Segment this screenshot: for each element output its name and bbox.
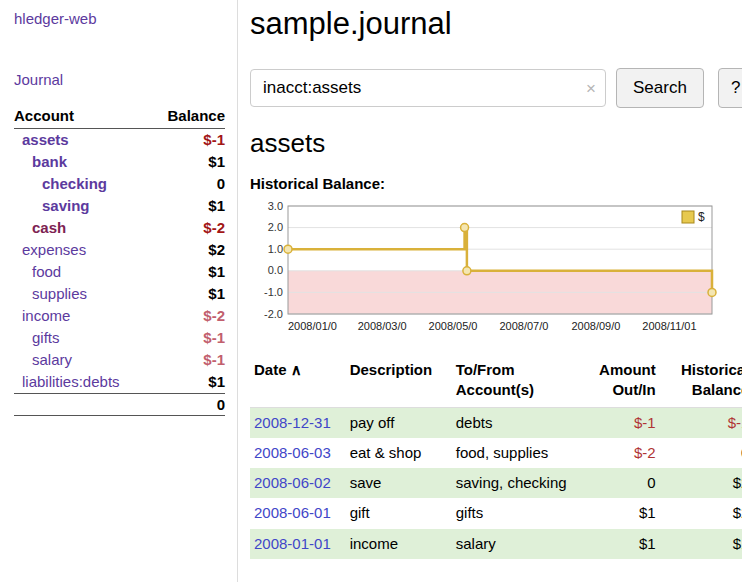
account-link[interactable]: gifts (14, 329, 60, 346)
account-row: bank$1 (14, 151, 225, 173)
register-row: 2008-06-01giftgifts$1$2 (250, 498, 742, 528)
svg-text:2008/11/01: 2008/11/01 (642, 320, 696, 332)
transaction-date-link[interactable]: 2008-06-02 (254, 474, 331, 491)
search-input[interactable] (250, 69, 606, 107)
account-balance: $-2 (151, 217, 225, 239)
transaction-accounts: salary (452, 529, 575, 559)
sort-asc-icon: ∧ (291, 361, 302, 378)
transaction-amount: 0 (574, 468, 659, 498)
account-balance: 0 (151, 173, 225, 195)
page-title: sample.journal (250, 6, 742, 42)
transaction-amount: $-2 (574, 438, 659, 468)
transaction-description: save (346, 468, 452, 498)
transaction-balance: $1 (660, 529, 742, 559)
transaction-date-link[interactable]: 2008-01-01 (254, 535, 331, 552)
register-row: 2008-06-03eat & shopfood, supplies$-20 (250, 438, 742, 468)
svg-text:2.0: 2.0 (268, 221, 283, 233)
account-balance: $-1 (151, 349, 225, 371)
svg-text:0.0: 0.0 (268, 264, 283, 276)
accounts-col-account: Account (14, 104, 151, 129)
svg-text:3.0: 3.0 (268, 200, 283, 212)
register-col-accounts: To/From Account(s) (452, 356, 575, 407)
account-link[interactable]: food (14, 263, 61, 280)
account-balance: $1 (151, 371, 225, 394)
help-button[interactable]: ? (718, 68, 742, 108)
account-row: checking0 (14, 173, 225, 195)
search-row: × Search ? (250, 68, 742, 108)
account-balance: $-1 (151, 129, 225, 152)
account-link[interactable]: bank (14, 153, 67, 170)
transaction-date-link[interactable]: 2008-06-03 (254, 444, 331, 461)
account-row: assets$-1 (14, 129, 225, 152)
transaction-date-link[interactable]: 2008-12-31 (254, 414, 331, 431)
transaction-accounts: debts (452, 407, 575, 438)
balance-chart-svg: 3.02.01.00.0-1.0-2.02008/01/02008/03/020… (250, 198, 718, 338)
account-link[interactable]: assets (14, 131, 69, 148)
account-row: liabilities:debts$1 (14, 371, 225, 394)
accounts-col-balance: Balance (151, 104, 225, 129)
app-window: hledger-web Journal Account Balance asse… (0, 0, 742, 582)
register-col-date[interactable]: Date ∧ (250, 356, 346, 407)
register-col-balance: Historical Balance (660, 356, 742, 407)
svg-text:1.0: 1.0 (268, 243, 283, 255)
account-link[interactable]: cash (14, 219, 66, 236)
account-row: income$-2 (14, 305, 225, 327)
account-row: expenses$2 (14, 239, 225, 261)
main-content: sample.journal × Search ? assets Histori… (238, 0, 742, 582)
account-balance: $1 (151, 261, 225, 283)
svg-text:2008/07/0: 2008/07/0 (499, 320, 548, 332)
register-col-amount: Amount Out/In (574, 356, 659, 407)
svg-text:2008/03/0: 2008/03/0 (358, 320, 407, 332)
account-balance: $1 (151, 151, 225, 173)
account-row: food$1 (14, 261, 225, 283)
search-button[interactable]: Search (616, 68, 704, 108)
transaction-date-link[interactable]: 2008-06-01 (254, 504, 331, 521)
transaction-accounts: food, supplies (452, 438, 575, 468)
nav-journal-link[interactable]: Journal (14, 71, 225, 88)
account-balance: $-1 (151, 327, 225, 349)
sidebar: hledger-web Journal Account Balance asse… (0, 0, 238, 582)
register-row: 2008-06-02savesaving, checking0$2 (250, 468, 742, 498)
svg-text:$: $ (698, 210, 705, 224)
account-row: cash$-2 (14, 217, 225, 239)
accounts-total-value: 0 (151, 394, 225, 416)
brand-link[interactable]: hledger-web (14, 10, 225, 27)
account-link[interactable]: checking (14, 175, 107, 192)
transaction-description: gift (346, 498, 452, 528)
account-row: saving$1 (14, 195, 225, 217)
account-row: salary$-1 (14, 349, 225, 371)
account-link[interactable]: supplies (14, 285, 87, 302)
register-col-description: Description (346, 356, 452, 407)
account-link[interactable]: liabilities:debts (14, 373, 120, 390)
transaction-amount: $1 (574, 498, 659, 528)
account-link[interactable]: income (14, 307, 70, 324)
account-balance: $2 (151, 239, 225, 261)
account-link[interactable]: saving (14, 197, 90, 214)
register-row: 2008-12-31pay offdebts$-1$-1 (250, 407, 742, 438)
account-row: supplies$1 (14, 283, 225, 305)
clear-search-icon[interactable]: × (586, 80, 596, 97)
account-link[interactable]: expenses (14, 241, 86, 258)
account-balance: $-2 (151, 305, 225, 327)
transaction-amount: $1 (574, 529, 659, 559)
account-link[interactable]: salary (14, 351, 72, 368)
account-balance: $1 (151, 195, 225, 217)
transaction-balance: 0 (660, 438, 742, 468)
chart-title: Historical Balance: (250, 175, 742, 192)
transaction-description: income (346, 529, 452, 559)
balance-chart: 3.02.01.00.0-1.0-2.02008/01/02008/03/020… (250, 198, 742, 342)
transaction-description: pay off (346, 407, 452, 438)
transaction-balance: $-1 (660, 407, 742, 438)
transaction-amount: $-1 (574, 407, 659, 438)
svg-text:-1.0: -1.0 (264, 286, 283, 298)
accounts-table: Account Balance assets$-1bank$1checking0… (14, 104, 225, 416)
transaction-description: eat & shop (346, 438, 452, 468)
register-row: 2008-01-01incomesalary$1$1 (250, 529, 742, 559)
svg-text:2008/05/0: 2008/05/0 (429, 320, 478, 332)
account-balance: $1 (151, 283, 225, 305)
transaction-balance: $2 (660, 498, 742, 528)
accounts-total-row: 0 (14, 394, 225, 416)
svg-text:-2.0: -2.0 (264, 308, 283, 320)
svg-text:2008/09/0: 2008/09/0 (571, 320, 620, 332)
transaction-balance: $2 (660, 468, 742, 498)
